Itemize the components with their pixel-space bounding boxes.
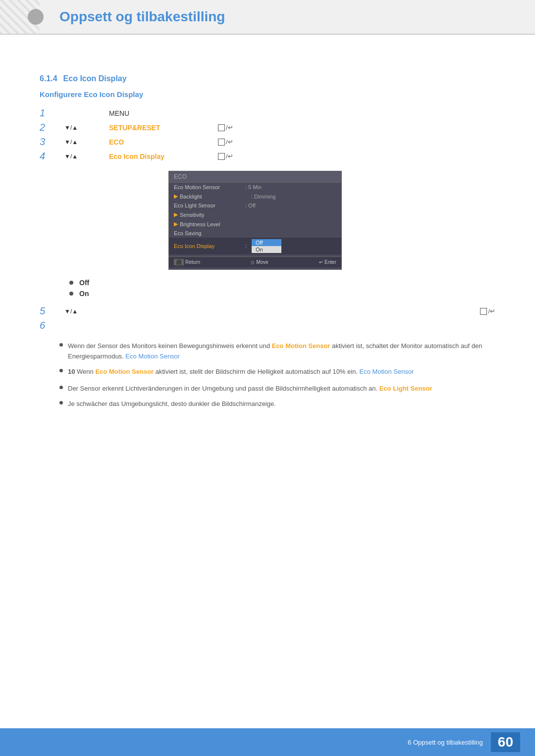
bullet-dot-on — [69, 292, 73, 296]
info-item-2b: Je schwächer das Umgebungslicht, desto d… — [59, 399, 495, 409]
step-num-4: 4 — [40, 151, 54, 162]
step-label-1: MENU — [109, 109, 208, 117]
step-icon-3: /↵ — [218, 138, 233, 146]
highlight-eco-motion-1: Eco Motion Sensor — [272, 342, 330, 350]
eco-bottom-bar: ⬛ Return ◇ Move ↵ Enter — [169, 256, 341, 267]
eco-item-motion-sensor: Eco Motion Sensor : 5 Min — [169, 183, 341, 192]
step-num-3: 3 — [40, 136, 54, 148]
return-icon: ⬛ — [174, 259, 184, 265]
info-block-2: Der Sensor erkennt Lichtveränderungen in… — [59, 384, 495, 409]
section-header: 6.1.4 Eco Icon Display — [40, 59, 495, 90]
info-dot-2a — [59, 386, 63, 389]
step-row-3: 3 ▼/▲ ECO /↵ — [40, 136, 495, 148]
info-dot-1b — [59, 369, 63, 372]
step-num-2: 2 — [40, 122, 54, 133]
eco-move: ◇ Move — [251, 259, 268, 265]
eco-return: ⬛ Return — [174, 259, 200, 265]
eco-item-icon-display: Eco Icon Display : Off On — [169, 238, 341, 254]
step-num-1: 1 — [40, 107, 54, 119]
highlight-eco-motion-2: Eco Motion Sensor — [95, 368, 154, 375]
bullet-item-on: On — [69, 290, 495, 298]
step-label-3: ECO — [109, 138, 208, 146]
info-item-1b: 10 Wenn Eco Motion Sensor aktiviert ist,… — [59, 367, 495, 377]
page-number: 60 — [491, 732, 520, 752]
blue-eco-motion-1: Eco Motion Sensor — [125, 353, 180, 360]
info-block-1: Wenn der Sensor des Monitors keinen Bewe… — [59, 341, 495, 377]
steps-table: 1 MENU 2 ▼/▲ SETUP&RESET /↵ 3 ▼/▲ ECO /↵… — [40, 107, 495, 162]
header-circle-icon — [28, 9, 44, 25]
step-num-5: 5 — [40, 305, 54, 317]
info-dot-2b — [59, 401, 63, 404]
page-title: Oppsett og tilbakestilling — [59, 9, 225, 25]
eco-item-light-sensor: Eco Light Sensor : Off — [169, 201, 341, 210]
footer-text: 6 Oppsett og tilbakestilling — [408, 739, 483, 746]
eco-enter: ↵ Enter — [319, 259, 336, 265]
page-footer: 6 Oppsett og tilbakestilling 60 — [0, 728, 535, 756]
section-number: 6.1.4 — [40, 74, 57, 83]
configure-heading: Konfigurere Eco Icon Display — [40, 90, 495, 99]
diamond-icon: ◇ — [251, 259, 255, 265]
dropdown-off[interactable]: Off — [252, 239, 281, 246]
eco-item-saving: Eco Saving — [169, 229, 341, 238]
step-num-6: 6 — [40, 320, 54, 331]
step-icon-2: /↵ — [218, 124, 233, 132]
section-title: Eco Icon Display — [63, 74, 127, 83]
eco-panel-title: ECO — [169, 171, 341, 183]
bullet-text-on: On — [79, 290, 89, 298]
step-arrow-3: ▼/▲ — [64, 139, 94, 146]
step-icon-5: /↵ — [480, 307, 495, 315]
step-arrow-5: ▼/▲ — [64, 308, 94, 315]
options-bullet-list: Off On — [69, 279, 495, 298]
info-item-1a: Wenn der Sensor des Monitors keinen Bewe… — [59, 341, 495, 362]
step-row-5: 5 ▼/▲ /↵ — [40, 305, 495, 317]
blue-eco-motion-2: Eco Motion Sensor — [360, 368, 414, 375]
step-row-6: 6 — [40, 320, 495, 331]
step-row-4: 4 ▼/▲ Eco Icon Display /↵ — [40, 151, 495, 162]
step-arrow-2: ▼/▲ — [64, 124, 94, 131]
step-icon-4: /↵ — [218, 152, 233, 160]
step-row-2: 2 ▼/▲ SETUP&RESET /↵ — [40, 122, 495, 133]
dropdown-on[interactable]: On — [252, 246, 281, 253]
highlight-eco-light-1: Eco Light Sensor — [379, 385, 432, 392]
main-content: 6.1.4 Eco Icon Display Konfigurere Eco I… — [0, 35, 535, 456]
eco-item-backlight: ▶ Backlight : Dimming — [169, 192, 341, 201]
step-arrow-4: ▼/▲ — [64, 153, 94, 160]
bullet-dot-off — [69, 281, 73, 285]
eco-item-brightness: ▶ Brightness Level — [169, 219, 341, 229]
enter-icon: ↵ — [319, 259, 323, 265]
page-header: Oppsett og tilbakestilling — [0, 0, 535, 35]
eco-panel: ECO Eco Motion Sensor : 5 Min ▶ Backligh… — [168, 171, 342, 270]
info-dot-1a — [59, 343, 63, 347]
step-label-4: Eco Icon Display — [109, 152, 208, 160]
step-row-1: 1 MENU — [40, 107, 495, 119]
info-item-2a: Der Sensor erkennt Lichtveränderungen in… — [59, 384, 495, 394]
eco-item-sensitivity: ▶ Sensitivity — [169, 210, 341, 219]
bullet-text-off: Off — [79, 279, 89, 287]
bullet-item-off: Off — [69, 279, 495, 287]
step-label-2: SETUP&RESET — [109, 124, 208, 132]
